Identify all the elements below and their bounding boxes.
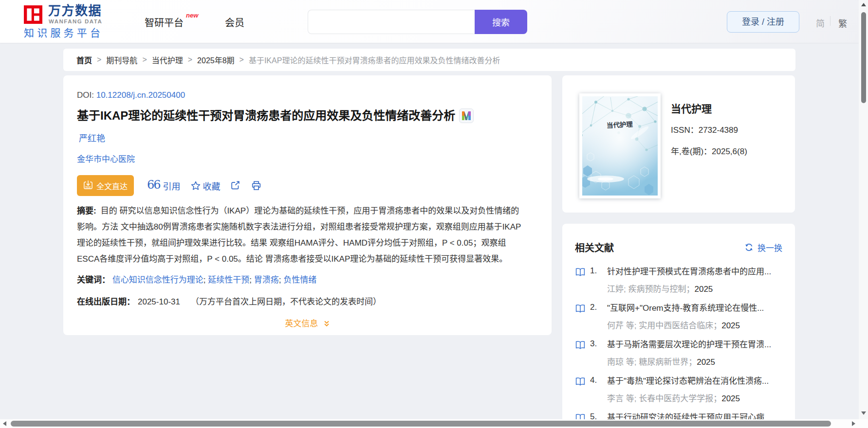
lang-traditional[interactable]: 繁 [838, 17, 847, 29]
star-icon [190, 180, 201, 191]
cite-button[interactable]: 66 引用 [147, 179, 181, 192]
scroll-down-arrow-icon[interactable] [861, 411, 866, 415]
title-row: 基于IKAP理论的延续性干预对胃溃疡患者的应用效果及负性情绪改善分析 [77, 108, 538, 123]
login-register-button[interactable]: 登录 / 注册 [727, 11, 799, 33]
site-header: 万方数据 WANFANG DATA 知识服务平台 智研平台 new 会员 搜索 … [0, 0, 859, 43]
journal-card: 当代护理 当代护理 ISSN：2732-4389 年,卷(期)：2025,6(8… [562, 75, 795, 213]
breadcrumb-separator: > [142, 55, 147, 64]
keyword-link[interactable]: 胃溃疡 [254, 275, 279, 285]
wanfang-logo[interactable]: 万方数据 WANFANG DATA 知识服务平台 [24, 0, 107, 43]
share-button[interactable] [230, 180, 241, 191]
horizontal-scrollbar-thumb[interactable] [11, 421, 831, 427]
book-icon[interactable] [575, 376, 586, 386]
related-item: 2. "互联网+"Orem支持-教育系统理论在慢性... 何芹 等; 实用中西医… [575, 303, 782, 332]
nav-member[interactable]: 会员 [225, 15, 244, 29]
scroll-up-arrow-icon[interactable] [861, 3, 866, 6]
refresh-icon [744, 243, 754, 252]
related-item-journal[interactable]: 疾病预防与控制 [628, 285, 686, 294]
journal-info: 当代护理 ISSN：2732-4389 年,卷(期)：2025,6(8) [671, 101, 747, 157]
journal-cover[interactable]: 当代护理 [579, 93, 661, 198]
related-item-title[interactable]: 基于行动研究法的延续性干预应用于冠心病 [607, 412, 782, 419]
related-item-authors[interactable]: 江婷 [607, 285, 624, 294]
meta-separator: ； [688, 357, 697, 367]
refresh-button[interactable]: 换一换 [744, 241, 782, 253]
related-literature-card: 相关文献 换一换 1. 针对性护理干预模式 [562, 224, 795, 419]
lang-divider [830, 16, 831, 26]
keyword-link[interactable]: 延续性干预 [208, 275, 249, 285]
related-item-title[interactable]: "互联网+"Orem支持-教育系统理论在慢性... [607, 303, 782, 314]
article-title: 基于IKAP理论的延续性干预对胃溃疡患者的应用效果及负性情绪改善分析 [77, 108, 455, 123]
meta-separator: ; [624, 285, 626, 294]
fulltext-button[interactable]: free 全文直达 [77, 175, 134, 196]
abstract: 摘要:目的 研究以信息知识信念性行为（IKAP）理论为基础的延续性干预，应用于胃… [77, 203, 525, 267]
related-item-authors[interactable]: 李言 等 [607, 394, 634, 403]
related-item-meta: 何芹 等; 实用中西医结合临床；2025 [607, 320, 782, 332]
english-info-toggle[interactable]: 英文信息 [77, 317, 538, 329]
search-button[interactable]: 搜索 [475, 10, 527, 34]
related-item-index: 1. [590, 266, 607, 276]
related-item-journal[interactable]: 糖尿病新世界 [639, 357, 688, 367]
related-item-year: 2025 [721, 321, 740, 330]
scroll-left-arrow-icon[interactable] [3, 421, 6, 426]
keyword-separator: ; [279, 275, 281, 285]
breadcrumb-journal[interactable]: 当代护理 [152, 54, 183, 66]
nav-zhiyan-platform[interactable]: 智研平台 new [145, 15, 184, 29]
author-row: 严红艳 [77, 131, 538, 144]
keyword-link[interactable]: 负性情绪 [283, 275, 316, 285]
abstract-label: 摘要: [77, 206, 96, 215]
breadcrumb-journal-nav[interactable]: 期刊导航 [106, 54, 137, 66]
breadcrumb-issue[interactable]: 2025年8期 [197, 54, 235, 66]
related-item-title[interactable]: 针对性护理干预模式在胃溃疡患者中的应用... [607, 266, 782, 278]
vertical-scrollbar[interactable] [859, 0, 868, 419]
related-item-meta: 李言 等; 长春中医药大学学报；2025 [607, 393, 782, 405]
favorite-label: 收藏 [203, 179, 221, 192]
related-item-authors[interactable]: 何芹 等 [607, 321, 634, 330]
vertical-scrollbar-thumb[interactable] [861, 12, 866, 103]
fulltext-label: 全文直达 [96, 180, 128, 192]
journal-name[interactable]: 当代护理 [671, 101, 747, 115]
related-item-title[interactable]: 基于"毒热"理论探讨态靶辨治在消化性溃疡... [607, 375, 782, 387]
journal-issn: ISSN：2732-4389 [671, 123, 747, 135]
keyword-link[interactable]: 信心知识信念性行为理论 [112, 275, 203, 285]
cite-label: 引用 [163, 179, 181, 192]
double-chevron-down-icon [323, 320, 330, 327]
doi-row: DOI: 10.12208/j.cn.20250400 [77, 90, 538, 100]
related-item-authors[interactable]: 南琼 等 [607, 357, 634, 367]
related-title: 相关文献 [575, 240, 614, 254]
book-icon[interactable] [575, 340, 586, 350]
doi-link[interactable]: 10.12208/j.cn.20250400 [96, 90, 185, 100]
related-item-index: 5. [590, 412, 607, 419]
publish-date-label: 在线出版日期： [77, 297, 135, 306]
book-icon[interactable] [575, 413, 586, 419]
article-card: DOI: 10.12208/j.cn.20250400 基于IKAP理论的延续性… [63, 75, 552, 335]
keywords-label: 关键词： [77, 275, 110, 285]
meta-separator: ; [634, 321, 637, 330]
lang-simplified[interactable]: 简 [816, 17, 825, 29]
related-item-journal[interactable]: 实用中西医结合临床 [639, 321, 713, 330]
print-button[interactable] [251, 180, 262, 191]
brand-name-en: WANFANG DATA [49, 19, 102, 25]
related-item-index: 2. [590, 303, 607, 312]
refresh-label: 换一换 [757, 241, 782, 253]
scroll-right-arrow-icon[interactable] [852, 421, 855, 426]
author-link[interactable]: 严红艳 [79, 134, 105, 143]
related-item-meta: 南琼 等; 糖尿病新世界；2025 [607, 357, 782, 368]
book-icon[interactable] [575, 303, 586, 313]
affiliation-link[interactable]: 金华市中心医院 [77, 155, 135, 164]
related-item: 3. 基于马斯洛需要层次理论的护理干预在胃溃... 南琼 等; 糖尿病新世界；2… [575, 339, 782, 368]
keyword-separator: ; [249, 275, 252, 285]
breadcrumb-home[interactable]: 首页 [76, 54, 92, 66]
related-item-title[interactable]: 基于马斯洛需要层次理论的护理干预在胃溃... [607, 339, 782, 351]
page: 万方数据 WANFANG DATA 知识服务平台 智研平台 new 会员 搜索 … [0, 0, 859, 419]
book-icon[interactable] [575, 267, 586, 277]
wanfang-logo-icon [24, 5, 42, 24]
related-item-journal[interactable]: 长春中医药大学学报 [639, 394, 713, 403]
favorite-button[interactable]: 收藏 [190, 179, 221, 192]
meta-separator: ； [713, 321, 721, 330]
related-item-year: 2025 [694, 285, 713, 294]
article-actions: free 全文直达 66 引用 收藏 [77, 175, 538, 196]
search-input[interactable] [308, 10, 475, 34]
meta-separator: ; [634, 394, 637, 403]
horizontal-scrollbar[interactable] [0, 419, 868, 428]
related-item: 4. 基于"毒热"理论探讨态靶辨治在消化性溃疡... 李言 等; 长春中医药大学… [575, 375, 782, 405]
